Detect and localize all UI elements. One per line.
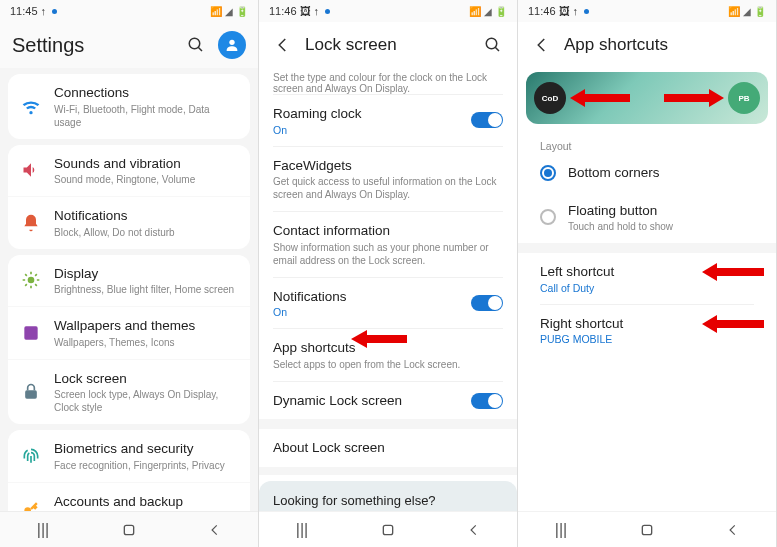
svg-marker-14 bbox=[664, 89, 724, 107]
radio-icon bbox=[540, 165, 556, 181]
item-title: Wallpapers and themes bbox=[54, 317, 238, 335]
status-bar: 11:46 🖼 ↑ 📶 ◢ 🔋 bbox=[518, 0, 776, 22]
toggle-switch[interactable] bbox=[471, 393, 503, 409]
item-right-shortcut[interactable]: Right shortcut PUBG MOBILE bbox=[526, 305, 768, 356]
lock-screen-list: Set the type and colour for the clock on… bbox=[259, 68, 517, 511]
item-title: Left shortcut bbox=[540, 263, 754, 281]
page-title: Settings bbox=[12, 34, 174, 57]
settings-item-biometrics[interactable]: Biometrics and securityFace recognition,… bbox=[8, 430, 250, 483]
item-sub: Select apps to open from the Lock screen… bbox=[273, 358, 503, 371]
item-sub: Block, Allow, Do not disturb bbox=[54, 226, 238, 239]
toggle-switch[interactable] bbox=[471, 295, 503, 311]
radio-label: Bottom corners bbox=[568, 164, 660, 182]
item-title: Contact information bbox=[273, 222, 503, 240]
sound-icon bbox=[20, 159, 42, 181]
item-sub: Face recognition, Fingerprints, Privacy bbox=[54, 459, 238, 472]
item-value: PUBG MOBILE bbox=[540, 333, 754, 345]
profile-avatar[interactable] bbox=[218, 31, 246, 59]
wallpaper-icon bbox=[20, 322, 42, 344]
nav-recents[interactable]: ||| bbox=[282, 518, 322, 542]
settings-item-accounts[interactable]: Accounts and backupSamsung Cloud, Smart … bbox=[8, 483, 250, 511]
svg-rect-12 bbox=[383, 525, 392, 534]
svg-marker-13 bbox=[570, 89, 630, 107]
item-value: Call of Duty bbox=[540, 282, 754, 294]
item-contact-info[interactable]: Contact information Show information suc… bbox=[259, 212, 517, 277]
item-left-shortcut[interactable]: Left shortcut Call of Duty bbox=[526, 253, 768, 304]
upload-icon: ↑ bbox=[41, 5, 47, 17]
item-sub: Brightness, Blue light filter, Home scre… bbox=[54, 283, 238, 296]
status-dot-icon bbox=[325, 9, 330, 14]
preview-right-app[interactable]: PB bbox=[728, 82, 760, 114]
svg-rect-5 bbox=[25, 390, 37, 398]
svg-point-3 bbox=[28, 277, 35, 284]
screen-settings: 11:45↑ 📶 ◢ 🔋 Settings ConnectionsWi-Fi, … bbox=[0, 0, 259, 547]
status-dot-icon bbox=[584, 9, 589, 14]
item-about-lock[interactable]: About Lock screen bbox=[259, 429, 517, 467]
nav-recents[interactable]: ||| bbox=[541, 518, 581, 542]
svg-line-10 bbox=[495, 47, 499, 51]
lock-icon bbox=[20, 381, 42, 403]
display-icon bbox=[20, 269, 42, 291]
bell-icon bbox=[20, 212, 42, 234]
search-icon[interactable] bbox=[184, 33, 208, 57]
nav-back[interactable] bbox=[454, 518, 494, 542]
radio-label: Floating button bbox=[568, 202, 673, 220]
item-title: Sounds and vibration bbox=[54, 155, 238, 173]
svg-point-7 bbox=[24, 507, 31, 511]
settings-item-connections[interactable]: ConnectionsWi-Fi, Bluetooth, Flight mode… bbox=[8, 74, 250, 139]
looking-for-box: Looking for something else? Face recogni… bbox=[259, 481, 517, 511]
back-icon[interactable] bbox=[530, 33, 554, 57]
preview-left-app[interactable]: CoD bbox=[534, 82, 566, 114]
truncated-note: Set the type and colour for the clock on… bbox=[259, 68, 517, 94]
wifi-icon bbox=[20, 95, 42, 117]
radio-bottom-corners[interactable]: Bottom corners bbox=[526, 154, 768, 192]
svg-line-1 bbox=[198, 47, 202, 51]
item-sub: Wallpapers, Themes, Icons bbox=[54, 336, 238, 349]
search-icon[interactable] bbox=[481, 33, 505, 57]
status-icons: 📶 ◢ 🔋 bbox=[210, 6, 248, 17]
item-title: FaceWidgets bbox=[273, 157, 503, 175]
radio-floating-button[interactable]: Floating buttonTouch and hold to show bbox=[526, 192, 768, 244]
item-facewidgets[interactable]: FaceWidgets Get quick access to useful i… bbox=[259, 147, 517, 212]
item-sub: Sound mode, Ringtone, Volume bbox=[54, 173, 238, 186]
svg-rect-8 bbox=[124, 525, 133, 534]
svg-point-0 bbox=[189, 38, 200, 49]
nav-recents[interactable]: ||| bbox=[23, 518, 63, 542]
item-title: App shortcuts bbox=[273, 339, 503, 357]
nav-back[interactable] bbox=[713, 518, 753, 542]
header: Lock screen bbox=[259, 22, 517, 68]
item-app-shortcuts[interactable]: App shortcuts Select apps to open from t… bbox=[259, 329, 517, 381]
settings-item-sounds[interactable]: Sounds and vibrationSound mode, Ringtone… bbox=[8, 145, 250, 198]
item-title: Roaming clock bbox=[273, 105, 362, 123]
item-title: Dynamic Lock screen bbox=[273, 392, 402, 410]
item-title: Notifications bbox=[54, 207, 238, 225]
nav-bar: ||| bbox=[0, 511, 258, 547]
nav-home[interactable] bbox=[109, 518, 149, 542]
key-icon bbox=[20, 498, 42, 511]
item-sub: Get quick access to useful information o… bbox=[273, 175, 503, 201]
toggle-switch[interactable] bbox=[471, 112, 503, 128]
item-notifications[interactable]: NotificationsOn bbox=[259, 278, 517, 329]
item-sub: Show information such as your phone numb… bbox=[273, 241, 503, 267]
status-dot-icon bbox=[52, 9, 57, 14]
radio-sub: Touch and hold to show bbox=[568, 220, 673, 233]
item-title: Connections bbox=[54, 84, 238, 102]
item-dynamic-lock[interactable]: Dynamic Lock screen bbox=[259, 382, 517, 420]
settings-item-lock-screen[interactable]: Lock screenScreen lock type, Always On D… bbox=[8, 360, 250, 425]
item-roaming-clock[interactable]: Roaming clockOn bbox=[259, 95, 517, 146]
settings-item-wallpapers[interactable]: Wallpapers and themesWallpapers, Themes,… bbox=[8, 307, 250, 360]
item-status: On bbox=[273, 306, 347, 318]
page-title: App shortcuts bbox=[564, 35, 764, 55]
status-bar: 11:46 🖼 ↑ 📶 ◢ 🔋 bbox=[259, 0, 517, 22]
nav-back[interactable] bbox=[195, 518, 235, 542]
nav-home[interactable] bbox=[627, 518, 667, 542]
back-icon[interactable] bbox=[271, 33, 295, 57]
nav-home[interactable] bbox=[368, 518, 408, 542]
item-sub: Wi-Fi, Bluetooth, Flight mode, Data usag… bbox=[54, 103, 238, 129]
status-time: 11:46 bbox=[528, 5, 556, 17]
settings-item-display[interactable]: DisplayBrightness, Blue light filter, Ho… bbox=[8, 255, 250, 308]
settings-item-notifications[interactable]: NotificationsBlock, Allow, Do not distur… bbox=[8, 197, 250, 249]
section-layout-label: Layout bbox=[526, 134, 768, 154]
nav-bar: ||| bbox=[518, 511, 776, 547]
svg-point-2 bbox=[229, 40, 234, 45]
